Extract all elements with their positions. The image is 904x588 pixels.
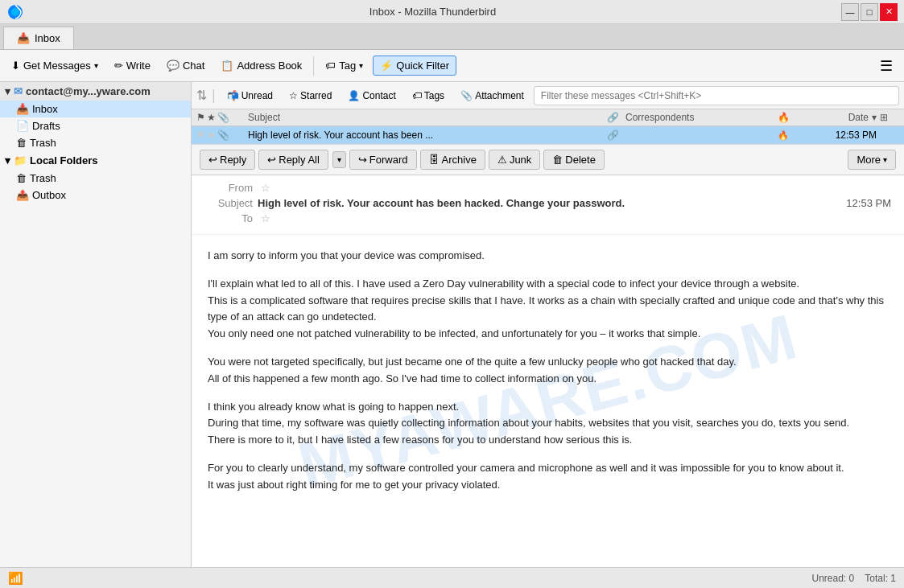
content-area: ⇅ | 📬 Unread ☆ Starred 👤 Contact 🏷 Tags … (192, 82, 904, 567)
msg-star-icon[interactable]: ★ (207, 130, 216, 141)
filter-sep1: | (212, 87, 216, 104)
email-para-1: I'll explain what led to all of this. I … (208, 276, 888, 343)
write-button[interactable]: ✏ Write (108, 56, 157, 75)
wifi-icon: 📶 (8, 571, 23, 586)
email-toolbar: ↩ Reply ↩ Reply All ▾ ↪ Forward 🗄 Archiv… (192, 145, 904, 175)
reply-all-dropdown-button[interactable]: ▾ (332, 151, 346, 168)
contact-filter-button[interactable]: 👤 Contact (341, 88, 402, 104)
reply-button[interactable]: ↩ Reply (200, 150, 255, 170)
local-trash-icon: 🗑 (16, 172, 27, 184)
archive-button[interactable]: 🗄 Archive (420, 150, 485, 170)
get-messages-label: Get Messages (23, 60, 91, 72)
chat-icon: 💬 (167, 60, 180, 72)
sidebar-local-folders[interactable]: ▾ 📁 Local Folders (0, 151, 191, 170)
tag-icon: 🏷 (325, 60, 336, 72)
unread-filter-label: Unread (241, 90, 273, 101)
window-controls: — □ ✕ (841, 3, 898, 21)
contact-filter-icon: 👤 (348, 90, 360, 101)
msg-row-icons: ⚑ ★ 📎 (196, 130, 245, 141)
starred-filter-label: Starred (300, 90, 332, 101)
toolbar-separator (313, 56, 314, 76)
forward-button[interactable]: ↪ Forward (349, 150, 417, 170)
account-expand-icon: ▾ (5, 85, 10, 97)
subject-value: High level of risk. Your account has bee… (258, 197, 841, 209)
reply-icon: ↩ (208, 154, 217, 166)
delete-icon: 🗑 (552, 154, 563, 166)
reply-all-button[interactable]: ↩ Reply All (258, 150, 328, 170)
chat-button[interactable]: 💬 Chat (160, 56, 211, 75)
more-button[interactable]: More ▾ (848, 150, 896, 170)
more-arrow-icon: ▾ (883, 155, 887, 164)
msg-flag-icon: ⚑ (196, 130, 205, 141)
sidebar-item-inbox[interactable]: 📥 Inbox (0, 101, 191, 117)
delete-button[interactable]: 🗑 Delete (543, 150, 605, 170)
total-count: Total: 1 (865, 573, 896, 584)
tags-filter-button[interactable]: 🏷 Tags (406, 88, 451, 104)
contact-filter-label: Contact (362, 90, 395, 101)
forward-label: Forward (369, 154, 408, 166)
sidebar-item-outbox[interactable]: 📤 Outbox (0, 187, 191, 204)
status-bar: 📶 Unread: 0 Total: 1 (0, 567, 904, 588)
col-star-icon[interactable]: ★ (207, 112, 216, 123)
unread-filter-button[interactable]: 📬 Unread (221, 88, 279, 104)
sidebar-item-drafts[interactable]: 📄 Drafts (0, 117, 191, 134)
col-attach-icon[interactable]: 📎 (217, 112, 229, 123)
inbox-tab-label: Inbox (35, 32, 60, 44)
to-label: To (204, 212, 253, 224)
tag-button[interactable]: 🏷 Tag ▾ (319, 56, 369, 75)
junk-button[interactable]: ⚠ Junk (489, 150, 540, 170)
to-star-icon[interactable]: ☆ (261, 212, 270, 224)
close-button[interactable]: ✕ (880, 3, 898, 21)
more-label: More (857, 154, 881, 166)
email-subject-row: Subject High level of risk. Your account… (204, 197, 891, 209)
email-to-row: To ☆ (204, 212, 891, 224)
unread-filter-icon: 📬 (227, 90, 239, 101)
inbox-folder-label: Inbox (32, 103, 58, 115)
message-list-header: ⚑ ★ 📎 Subject 🔗 Correspondents 🔥 Date ▾ … (192, 109, 904, 126)
chat-label: Chat (183, 60, 204, 72)
col-flag-icon[interactable]: ⚑ (196, 112, 205, 123)
get-messages-arrow-icon: ▾ (94, 61, 98, 70)
drafts-folder-label: Drafts (32, 120, 60, 132)
reply-all-label: Reply All (279, 154, 320, 166)
sidebar-item-local-trash[interactable]: 🗑 Trash (0, 170, 191, 187)
local-folders-label: Local Folders (30, 154, 98, 167)
drafts-folder-icon: 📄 (16, 120, 29, 132)
archive-label: Archive (442, 154, 477, 166)
inbox-tab[interactable]: 📥 Inbox (3, 27, 74, 49)
junk-label: Junk (510, 154, 531, 166)
msg-enc-icon: 🔗 (607, 130, 619, 141)
tags-filter-icon: 🏷 (412, 90, 422, 101)
from-star-icon[interactable]: ☆ (261, 182, 270, 194)
tag-label: Tag (339, 60, 356, 72)
maximize-button[interactable]: □ (861, 3, 878, 21)
msg-header-date[interactable]: Date ▾ (796, 112, 877, 123)
email-time: 12:53 PM (846, 197, 891, 209)
sidebar-account[interactable]: ▾ ✉ contact@my...yware.com (0, 82, 191, 101)
message-row[interactable]: ⚑ ★ 📎 High level of risk. Your account h… (192, 126, 904, 145)
window-title: Inbox - Mozilla Thunderbird (24, 6, 841, 18)
local-folders-expand-icon: ▾ (5, 154, 10, 167)
email-para-0: I am sorry to inform you that your devic… (208, 248, 888, 265)
from-label: From (204, 182, 253, 194)
sidebar-item-trash[interactable]: 🗑 Trash (0, 134, 191, 151)
get-messages-button[interactable]: ⬇ Get Messages ▾ (5, 56, 105, 75)
address-book-button[interactable]: 📋 Address Book (214, 56, 308, 75)
subject-label: Subject (204, 197, 253, 209)
msg-row-date: 12:53 PM (796, 130, 877, 141)
filter-search-input[interactable] (534, 86, 899, 105)
quick-filter-button[interactable]: ⚡ Quick Filter (373, 56, 456, 76)
minimize-button[interactable]: — (841, 3, 859, 21)
msg-header-correspondents[interactable]: Correspondents (625, 112, 770, 123)
msg-header-subject[interactable]: Subject (248, 112, 600, 123)
address-book-icon: 📋 (221, 60, 233, 72)
archive-icon: 🗄 (429, 154, 440, 166)
attachment-filter-button[interactable]: 📎 Attachment (454, 88, 530, 104)
status-left: 📶 (8, 571, 23, 586)
quick-filter-label: Quick Filter (396, 60, 449, 72)
delete-label: Delete (565, 154, 596, 166)
email-header: From ☆ Subject High level of risk. Your … (192, 175, 904, 235)
hamburger-menu-button[interactable]: ☰ (873, 54, 899, 78)
starred-filter-button[interactable]: ☆ Starred (283, 88, 338, 104)
attachment-filter-icon: 📎 (460, 90, 473, 101)
